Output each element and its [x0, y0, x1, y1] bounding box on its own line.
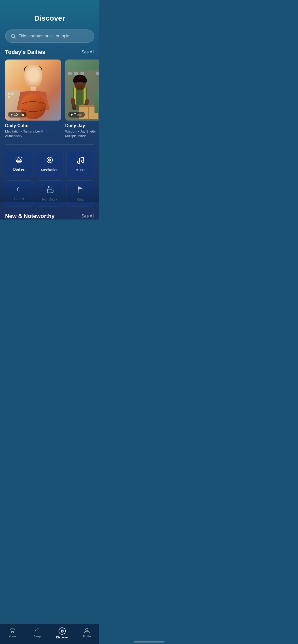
svg-point-7	[24, 67, 42, 88]
svg-rect-36	[98, 90, 99, 111]
for-work-icon	[46, 186, 53, 195]
music-label: Music	[75, 168, 85, 172]
screen: Discover Title, narrator, artist, or top…	[0, 0, 99, 219]
new-noteworthy-header: New & Noteworthy See All	[0, 207, 99, 219]
categories-row2: Sleep For Work	[0, 177, 99, 207]
divider	[5, 144, 94, 145]
svg-point-30	[82, 78, 87, 83]
category-for-work[interactable]: For Work	[36, 180, 64, 207]
svg-line-1	[14, 37, 16, 38]
play-icon	[11, 113, 13, 116]
category-music[interactable]: Music	[66, 151, 94, 177]
category-kids[interactable]: Kids	[66, 180, 94, 207]
category-dailies[interactable]: Dailies	[5, 151, 33, 177]
svg-rect-10	[39, 69, 42, 78]
card-daily-jay[interactable]: 7 min Daily Jay Wisdom • Jay Shetty Mult…	[65, 60, 99, 138]
svg-line-49	[15, 159, 16, 159]
daily-calm-duration: 10 min	[8, 112, 26, 118]
daily-jay-info: Daily Jay Wisdom • Jay Shetty Multiple M…	[65, 121, 99, 138]
kids-icon	[77, 186, 84, 195]
daily-jay-title: Daily Jay	[65, 123, 99, 128]
svg-rect-18	[68, 72, 72, 75]
header: Discover	[0, 0, 99, 26]
kids-label: Kids	[77, 197, 84, 201]
new-noteworthy-title: New & Noteworthy	[5, 213, 55, 219]
daily-calm-subtitle1: Meditation • Tamara Levitt	[5, 129, 61, 134]
svg-rect-19	[74, 72, 78, 75]
sleep-icon	[15, 186, 23, 194]
daily-calm-bg	[5, 60, 61, 121]
play-icon-jay	[71, 113, 73, 116]
dailies-icon	[15, 156, 23, 165]
svg-marker-47	[16, 157, 21, 161]
dailies-cards-scroll: 10 min Daily Calm Meditation • Tamara Le…	[0, 60, 99, 138]
svg-rect-21	[96, 72, 99, 75]
card-daily-calm-image: 10 min	[5, 60, 61, 121]
meditation-label: Meditation	[41, 168, 58, 172]
search-icon	[10, 33, 16, 39]
page-title: Discover	[5, 14, 94, 22]
meditation-icon	[46, 156, 53, 165]
daily-calm-info: Daily Calm Meditation • Tamara Levitt Au…	[5, 121, 61, 138]
svg-rect-46	[17, 162, 21, 163]
daily-calm-title: Daily Calm	[5, 123, 61, 128]
todays-dailies-see-all[interactable]: See All	[82, 50, 94, 54]
svg-rect-20	[80, 72, 84, 75]
sleep-label: Sleep	[14, 197, 24, 201]
for-work-label: For Work	[42, 197, 57, 201]
categories-row1: Dailies Meditation Music	[0, 151, 99, 177]
svg-point-55	[49, 159, 50, 160]
svg-rect-45	[16, 161, 22, 162]
card-daily-calm[interactable]: 10 min Daily Calm Meditation • Tamara Le…	[5, 60, 61, 138]
svg-line-52	[21, 157, 22, 158]
svg-point-8	[24, 65, 42, 74]
svg-point-12	[34, 76, 37, 79]
svg-rect-5	[11, 93, 13, 95]
svg-rect-9	[24, 69, 27, 78]
svg-line-51	[16, 157, 16, 158]
svg-point-29	[73, 78, 78, 83]
daily-calm-subtitle2: Authenticity	[5, 134, 61, 138]
new-noteworthy-see-all[interactable]: See All	[82, 214, 94, 218]
svg-point-11	[29, 76, 32, 79]
svg-rect-4	[8, 93, 10, 95]
music-icon	[77, 156, 84, 165]
svg-marker-61	[78, 187, 83, 190]
daily-jay-subtitle2: Multiple Minds	[65, 134, 99, 138]
daily-jay-duration: 7 min	[68, 112, 85, 118]
daily-jay-bg	[65, 60, 99, 121]
card-daily-jay-image: 7 min	[65, 60, 99, 121]
svg-rect-58	[47, 189, 52, 193]
svg-rect-6	[8, 96, 10, 98]
daily-jay-subtitle1: Wisdom • Jay Shetty	[65, 129, 99, 134]
dailies-label: Dailies	[13, 167, 25, 171]
category-sleep[interactable]: Sleep	[5, 180, 33, 207]
svg-line-50	[22, 159, 23, 159]
search-bar[interactable]: Title, narrator, artist, or topic	[5, 30, 94, 43]
search-placeholder: Title, narrator, artist, or topic	[19, 34, 69, 38]
category-meditation[interactable]: Meditation	[36, 151, 64, 177]
todays-dailies-title: Today's Dailies	[5, 49, 45, 55]
todays-dailies-header: Today's Dailies See All	[0, 49, 99, 60]
svg-point-0	[11, 34, 15, 38]
